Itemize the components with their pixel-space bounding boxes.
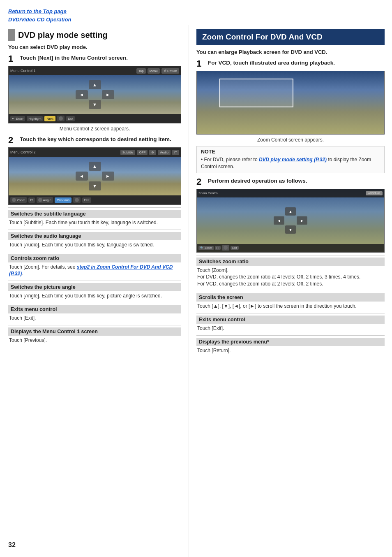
- screen2-bottom: Zoom IT Angle Previous Exit: [9, 195, 181, 204]
- nav-down: ▼: [89, 100, 101, 109]
- tb-menu: Menu: [148, 68, 160, 74]
- feature-subtitle-title: Switches the subtitle language: [8, 210, 181, 218]
- right-step2-num: 2: [196, 177, 205, 186]
- screen2-label: Menu Control 2: [10, 150, 36, 154]
- left-step2-num: 2: [8, 136, 16, 145]
- screen2-toolbar: Menu Control 2 Subtitle OFF ⊙ Audio IT: [9, 148, 181, 157]
- right-step1-text: For VCD, touch illustrated area during p…: [208, 59, 335, 67]
- bb-highlight: Highlight: [27, 116, 43, 121]
- zoom-screen-label: Zoom Control: [198, 191, 218, 195]
- bb2-exit: Exit: [82, 197, 91, 203]
- right-step2-text: Perform desired operation as follows.: [208, 177, 307, 185]
- right-feature-exit-desc: Touch [Exit].: [196, 325, 385, 332]
- znav-left: ◄: [274, 216, 284, 225]
- feature-exit: Exits menu control Touch [Exit].: [8, 303, 181, 324]
- feature-angle-desc: Touch [Angle]. Each time you touch this …: [8, 292, 181, 299]
- bb2-angle-icon: Angle: [37, 197, 53, 203]
- right-feature-zoom-desc3: For VCD, changes the zoom ratio at 2 lev…: [196, 281, 385, 288]
- zoom-nav-grid: ▲ ◄ ► ▼: [274, 207, 307, 234]
- right-title-text: Zoom Control For DVD And VCD: [202, 32, 379, 42]
- screen1-content: ▲ ◄ ► ▼: [9, 75, 181, 114]
- left-intro: You can select DVD play mode.: [8, 44, 181, 50]
- nav-grid-2: ▲ ◄ ► ▼: [76, 162, 114, 190]
- znav-up: ▲: [285, 207, 296, 216]
- note-box: NOTE • For DVD, please refer to DVD play…: [196, 146, 385, 173]
- right-feature-exit-title: Exits menu control: [196, 316, 385, 324]
- right-feature-zoom-title: Switches zoom ratio: [196, 258, 385, 266]
- right-step2-header: 2 Perform desired operation as follows.: [196, 177, 385, 186]
- feature-previous: Displays the Menu Control 1 screen Touch…: [8, 325, 181, 346]
- tb-return: ⏎ Return: [161, 68, 179, 74]
- left-section-title: DVD play mode setting: [8, 29, 181, 41]
- right-column: Zoom Control For DVD And VCD You can enl…: [189, 25, 392, 557]
- feature-angle-title: Switches the picture angle: [8, 283, 181, 291]
- nav-empty-br: [102, 100, 114, 109]
- zoom-control-screen: Zoom Control ⏎ Return ▲ ◄ ► ▼ 🔍 Zoom I: [196, 189, 385, 253]
- nav2-left: ◄: [76, 172, 88, 181]
- vcd-inner: [197, 71, 384, 134]
- znav-down: ▼: [285, 225, 296, 234]
- zoom-exit-btn: Exit: [231, 246, 239, 250]
- feature-zoom: Controls zoom ratio Touch [Zoom]. For de…: [8, 252, 181, 280]
- bb-next: Next: [44, 116, 55, 121]
- right-feature-zoom-desc2: For DVD, changes the zoom ratio at 4 lev…: [196, 274, 385, 281]
- feature-audio-title: Switches the audio language: [8, 232, 181, 240]
- right-feature-scroll-desc: Touch [▲], [▼], [◄], or [►] to scroll th…: [196, 303, 385, 310]
- right-step1-num: 1: [196, 59, 205, 68]
- nav2-empty-tl: [76, 162, 88, 171]
- nav-center: [89, 90, 101, 99]
- feature-zoom-title: Controls zoom ratio: [8, 254, 181, 262]
- zoom-toolbar: Zoom Control ⏎ Return: [197, 189, 384, 197]
- page: Return to the Top page DVD/Video CD Oper…: [0, 0, 392, 557]
- right-feature-zoom: Switches zoom ratio Touch [Zoom]. For DV…: [196, 255, 385, 290]
- zoom-link[interactable]: step2 in Zoom Control For DVD And VCD (P…: [9, 264, 173, 277]
- title-box-icon: [8, 29, 15, 41]
- left-step2-header: 2 Touch the key which corresponds to des…: [8, 136, 181, 145]
- nav-up: ▲: [89, 80, 101, 89]
- dvd-operation-link[interactable]: DVD/Video CD Operation: [8, 16, 384, 24]
- nav2-up: ▲: [89, 162, 101, 171]
- nav-empty-bl: [76, 100, 88, 109]
- feature-previous-desc: Touch [Previous].: [8, 337, 181, 344]
- right-feature-exit: Exits menu control Touch [Exit].: [196, 313, 385, 334]
- left-column: DVD play mode setting You can select DVD…: [0, 25, 189, 557]
- zoom-bottom-bar: 🔍 Zoom IT Exit: [197, 244, 384, 252]
- tb2-subtitle: Subtitle: [120, 150, 136, 155]
- right-feature-previous-desc: Touch [Return].: [196, 347, 385, 354]
- bb-exit: Exit: [66, 116, 75, 121]
- nav2-center: [89, 172, 101, 181]
- nav2-empty-tr: [102, 162, 114, 171]
- right-feature-previous-title: Displays the previous menu*: [196, 338, 385, 346]
- feature-audio: Switches the audio language Touch [Audio…: [8, 230, 181, 251]
- left-step2-text: Touch the key which corresponds to desir…: [20, 136, 171, 143]
- nav2-right: ►: [102, 172, 114, 181]
- top-page-link[interactable]: Return to the Top page: [8, 7, 384, 16]
- right-screen1-caption: Zoom Control screen appears.: [196, 137, 385, 143]
- screen2-content: ▲ ◄ ► ▼: [9, 157, 181, 195]
- tb2-angle: ⊙: [149, 150, 156, 155]
- right-step1-header: 1 For VCD, touch illustrated area during…: [196, 59, 385, 68]
- dvd-mode-link[interactable]: DVD play mode setting (P.32): [259, 157, 327, 162]
- znav-empty-tr: [297, 207, 307, 216]
- znav-center: [285, 216, 296, 225]
- bb-enter: ↵ Enter: [10, 116, 25, 121]
- znav-right: ►: [297, 216, 307, 225]
- nav-left: ◄: [76, 90, 88, 99]
- tb2-audio: Audio: [158, 150, 170, 155]
- tb-top: Top: [136, 68, 146, 74]
- menu-control-2-screen: Menu Control 2 Subtitle OFF ⊙ Audio IT ▲…: [8, 147, 181, 205]
- tb2-off: OFF: [137, 150, 148, 155]
- znav-empty-bl: [274, 225, 284, 234]
- tb2-it: IT: [172, 150, 179, 155]
- page-number: 32: [8, 541, 16, 549]
- feature-exit-desc: Touch [Exit].: [8, 315, 181, 322]
- screen1-bottom: ↵ Enter Highlight Next Exit: [9, 114, 181, 123]
- nav2-down: ▼: [89, 181, 101, 190]
- vcd-playback-screen: [196, 71, 385, 135]
- znav-empty-tl: [274, 207, 284, 216]
- left-step1-text: Touch [Next] in the Menu Control screen.: [20, 54, 128, 62]
- menu-control-1-screen: Menu Control 1 Top Menu ⏎ Return ▲ ◄ ► ▼: [8, 66, 181, 123]
- zoom-return-btn: ⏎ Return: [366, 191, 383, 195]
- right-feature-scroll-title: Scrolls the screen: [196, 293, 385, 302]
- nav-empty-tl: [76, 80, 88, 89]
